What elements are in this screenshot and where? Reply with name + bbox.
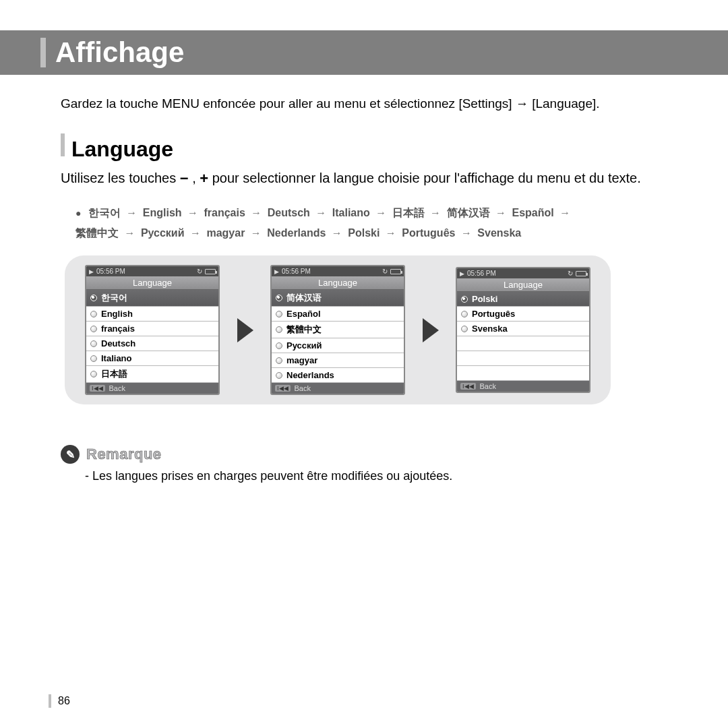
device-screen: ▶05:56 PM↻LanguagePolskiPortuguêsSvenska… <box>456 267 590 393</box>
repeat-icon: ↻ <box>197 268 202 275</box>
list-item[interactable]: Nederlands <box>272 368 404 383</box>
list-item[interactable]: Português <box>457 307 589 322</box>
list-item[interactable]: 日本語 <box>86 366 218 383</box>
radio-icon <box>461 296 468 303</box>
screenshots-panel: ▶05:56 PM↻Language한국어EnglishfrançaisDeut… <box>65 255 611 404</box>
list-item[interactable]: français <box>86 322 218 336</box>
play-icon: ▶ <box>460 270 464 277</box>
status-time: 05:56 PM <box>282 268 311 275</box>
list-item[interactable]: 简体汉语 <box>272 290 404 307</box>
arrow-icon: → <box>328 227 345 239</box>
list-item <box>457 366 589 381</box>
pencil-icon: ✎ <box>61 445 80 464</box>
lang-seq-item: Português <box>402 227 455 239</box>
arrow-icon: → <box>121 227 138 239</box>
radio-icon <box>90 340 97 347</box>
radio-icon <box>276 372 282 379</box>
lang-seq-item: English <box>143 207 182 218</box>
section-title: Language <box>71 137 173 162</box>
list-item-label: Italiano <box>101 353 132 363</box>
list-item-label: Português <box>472 309 515 319</box>
list-item-label: Deutsch <box>101 338 135 348</box>
back-label[interactable]: Back <box>109 384 125 392</box>
content-area: Gardez la touche MENU enfoncée pour alle… <box>0 75 728 483</box>
list-item[interactable]: Русский <box>272 338 404 353</box>
back-key-icon: I◀◀ <box>90 385 105 392</box>
footer-accent <box>49 694 51 708</box>
lang-seq-item: Polski <box>348 227 380 239</box>
lang-seq-item: Italiano <box>332 207 370 218</box>
radio-icon <box>461 326 468 332</box>
intro-text: Gardez la touche MENU enfoncée pour alle… <box>61 95 681 113</box>
radio-icon <box>276 295 282 301</box>
status-bar: ▶05:56 PM↻ <box>457 268 589 278</box>
desc-post: pour selectionner la langue choisie pour… <box>212 171 641 185</box>
device-screen: ▶05:56 PM↻Language简体汉语Español繁體中文Русский… <box>270 265 405 395</box>
arrow-icon: → <box>557 207 570 218</box>
list-item[interactable]: Polski <box>457 292 589 307</box>
list-item[interactable]: 한국어 <box>86 290 218 307</box>
page-title: Affichage <box>55 36 184 69</box>
back-key-icon: I◀◀ <box>275 385 291 392</box>
list-item <box>457 351 589 366</box>
arrow-icon: → <box>247 227 264 239</box>
play-icon: ▶ <box>89 268 94 275</box>
arrow-icon: → <box>187 227 204 239</box>
arrow-icon: → <box>123 207 140 218</box>
section-description: Utilisez les touches − , + pour selectio… <box>61 169 681 189</box>
device-screen: ▶05:56 PM↻Language한국어EnglishfrançaisDeut… <box>85 265 220 395</box>
lang-seq-item: Español <box>512 207 553 218</box>
list-item-label: Русский <box>286 340 322 351</box>
back-key-icon: I◀◀ <box>460 383 476 390</box>
radio-icon <box>90 355 97 362</box>
radio-icon <box>461 311 468 317</box>
repeat-icon: ↻ <box>568 270 573 277</box>
desc-pre: Utilisez les touches <box>61 171 180 185</box>
arrow-right-icon <box>423 318 439 342</box>
lang-seq-item: français <box>204 207 245 218</box>
list-item-label: 繁體中文 <box>286 324 322 336</box>
radio-icon <box>90 326 97 332</box>
radio-icon <box>276 357 282 364</box>
status-bar: ▶05:56 PM↻ <box>86 266 218 276</box>
page-number: 86 <box>58 695 70 707</box>
arrow-icon: → <box>313 207 330 218</box>
status-time: 05:56 PM <box>467 270 496 277</box>
lang-seq-item: 繁體中文 <box>75 227 119 239</box>
arrow-icon: → <box>427 207 444 218</box>
section-header: Language <box>61 133 681 162</box>
minus-icon: − <box>180 170 189 187</box>
list-item-label: Nederlands <box>286 370 334 380</box>
list-item[interactable]: Deutsch <box>86 336 218 351</box>
list-item-label: 한국어 <box>101 292 127 304</box>
lang-seq-item: 简体汉语 <box>447 207 490 218</box>
screen-title: Language <box>272 276 404 290</box>
list-item-label: Español <box>286 309 321 319</box>
arrow-icon: → <box>458 227 475 239</box>
list-item[interactable]: Italiano <box>86 351 218 366</box>
list-item-label: Svenska <box>472 324 508 334</box>
radio-icon <box>276 311 282 317</box>
arrow-icon: → <box>382 227 399 239</box>
lang-seq-item: Nederlands <box>267 227 326 239</box>
back-label[interactable]: Back <box>480 382 496 390</box>
battery-icon <box>390 269 401 274</box>
screen-title: Language <box>86 276 218 290</box>
screen-title: Language <box>457 278 589 292</box>
radio-icon <box>276 342 282 349</box>
list-item-label: 简体汉语 <box>286 292 322 304</box>
list-item[interactable]: English <box>86 307 218 322</box>
radio-icon <box>90 295 97 301</box>
play-icon: ▶ <box>274 268 279 275</box>
status-bar: ▶05:56 PM↻ <box>272 266 404 276</box>
back-label[interactable]: Back <box>295 384 311 392</box>
lang-seq-item: 한국어 <box>88 207 121 218</box>
list-item[interactable]: 繁體中文 <box>272 322 404 338</box>
screen-footer: I◀◀Back <box>457 381 589 392</box>
header-bar: Affichage <box>0 30 728 75</box>
list-item[interactable]: magyar <box>272 353 404 368</box>
arrow-icon: → <box>248 207 265 218</box>
list-item[interactable]: Español <box>272 307 404 322</box>
list-item[interactable]: Svenska <box>457 322 589 336</box>
desc-mid: , <box>189 171 200 185</box>
